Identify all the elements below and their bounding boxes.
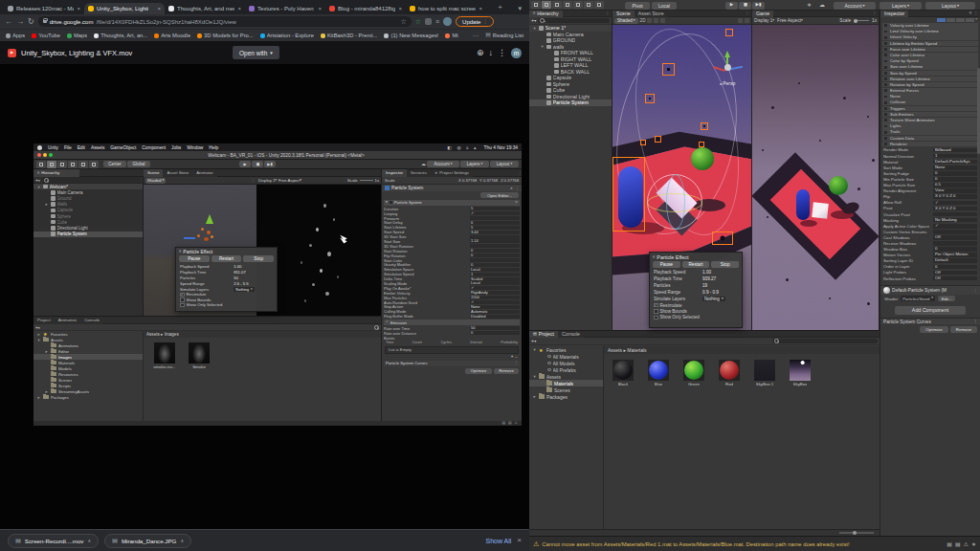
project-tree-item[interactable]: ▾Favorites [529, 346, 603, 353]
menu-item[interactable]: Component [142, 145, 166, 150]
particle-module-row[interactable]: Trails [882, 129, 978, 135]
console-warning-icon[interactable] [955, 541, 961, 547]
tab-close-icon[interactable] [398, 6, 402, 11]
particle-module-row[interactable]: External Forces [882, 88, 978, 94]
pause-button[interactable] [739, 2, 751, 10]
bookmark-item[interactable]: Artstation - Explore [260, 33, 314, 38]
particle-module-row[interactable]: Limit Velocity over Lifetime [882, 29, 978, 34]
property-row[interactable]: Cast ShadowsOff [880, 234, 980, 240]
effects-toggle-icon[interactable] [660, 18, 665, 23]
optimize-button[interactable]: Optimize [920, 326, 948, 333]
asset-tile[interactable]: Green [680, 360, 707, 386]
hand-tool-icon[interactable] [36, 161, 46, 168]
update-button[interactable]: Update [456, 16, 494, 27]
menu-item[interactable]: File [64, 145, 72, 150]
tab-close-icon[interactable] [318, 6, 322, 11]
module-tab[interactable] [966, 18, 974, 22]
rotate-tool-icon[interactable] [57, 161, 67, 168]
create-menu-button[interactable] [35, 177, 40, 184]
step-button[interactable] [264, 161, 276, 167]
menu-item[interactable]: Unity [48, 145, 58, 150]
burst-add-icon[interactable] [511, 355, 514, 360]
browser-profile-avatar[interactable] [443, 17, 452, 26]
search-icon[interactable] [374, 325, 379, 330]
property-row[interactable]: MaskingNo Masking [880, 217, 980, 223]
panel-tab[interactable]: Animation [55, 317, 81, 324]
shading-mode-dropdown[interactable]: Shaded [145, 178, 166, 184]
back-button[interactable] [5, 18, 12, 26]
property-row[interactable]: FlipX 0 Y 0 Z 0 [880, 194, 980, 200]
property-row[interactable]: Custom Vertex Streams [880, 229, 980, 234]
tab-inspector[interactable]: Inspector [382, 169, 407, 177]
breadcrumb[interactable]: Assets ▸ Materials [604, 346, 880, 354]
particle-module-row[interactable]: Noise [882, 94, 978, 99]
remove-button[interactable]: Remove [950, 326, 977, 333]
scale-slider[interactable] [360, 180, 373, 181]
transform-tool-icon[interactable] [89, 161, 99, 168]
curves-bar[interactable]: Particle System Curves [384, 361, 520, 366]
property-row[interactable]: MaterialDefault-ParticleSys [880, 159, 980, 165]
account-dropdown[interactable]: Account [427, 161, 459, 167]
particle-module-row[interactable]: Sub Emitters [882, 112, 978, 118]
asset-tile[interactable]: Blue [645, 360, 672, 386]
particle-module-row[interactable]: Triggers [882, 106, 978, 112]
property-row[interactable]: Shadow Bias0 [880, 247, 980, 253]
sphere-object[interactable] [691, 147, 714, 170]
play-button[interactable] [725, 2, 738, 10]
menu-item[interactable]: Help [209, 145, 218, 150]
transform-tool-icon[interactable] [584, 1, 593, 9]
shading-mode-dropdown[interactable]: Shaded [614, 18, 638, 24]
particle-module-row[interactable]: Size by Speed [882, 71, 978, 77]
audio-toggle-icon[interactable] [654, 18, 658, 23]
remove-button[interactable]: Remove [494, 368, 519, 374]
apple-menu-icon[interactable] [37, 145, 42, 150]
layout-dropdown[interactable]: Layout [925, 2, 975, 10]
bookmark-item[interactable]: Arts Moodle [154, 33, 190, 38]
asset-tile[interactable]: smoke-risi... [151, 342, 178, 369]
asset-tile[interactable]: SkyBox 1 [751, 360, 778, 386]
property-row[interactable]: Sort ModeNone [880, 165, 980, 170]
particle-module-row[interactable]: Rotation over Lifetime [882, 77, 978, 82]
hierarchy-search-input[interactable] [42, 177, 141, 183]
pivot-toggle[interactable]: Pivot [625, 2, 650, 10]
project-tree-item[interactable]: ▸Packages [33, 394, 143, 400]
pause-button[interactable] [252, 161, 263, 167]
create-menu-button[interactable] [531, 17, 536, 24]
tab-close-icon[interactable] [77, 6, 80, 11]
close-downloads-icon[interactable] [517, 537, 522, 544]
browser-tab[interactable]: how to split mac screen [406, 3, 486, 14]
particle-module-row[interactable]: Inherit Velocity [882, 34, 978, 40]
drive-avatar[interactable]: m [511, 48, 522, 58]
lighting-toggle-icon[interactable] [647, 18, 652, 23]
step-button[interactable] [752, 2, 765, 10]
property-row[interactable]: PivotX 0 Y 0 Z 0 [880, 206, 980, 211]
gizmos-toggle-icon[interactable] [745, 18, 749, 23]
game-viewport[interactable] [752, 25, 879, 330]
project-tree-item[interactable]: Scenes [529, 386, 603, 393]
particle-module-row[interactable]: Custom Data [882, 136, 978, 142]
hand-tool-icon[interactable] [531, 1, 541, 9]
property-row[interactable]: Min Particle Size0 [880, 176, 980, 182]
optimize-button[interactable]: Optimize [465, 368, 492, 374]
sidebar-icon[interactable] [435, 18, 439, 25]
menu-item[interactable]: GameObject [110, 145, 136, 150]
property-row[interactable]: Visualize Pivot [880, 211, 980, 217]
particle-module-row[interactable]: Velocity over Lifetime [882, 23, 978, 29]
menu-item[interactable]: Assets [91, 145, 104, 150]
burst-remove-icon[interactable]: − [515, 355, 518, 360]
tab-search-icon[interactable] [518, 5, 522, 11]
property-row[interactable]: Sorting Layer IDDefault [880, 258, 980, 264]
grid-toggle-icon[interactable] [738, 18, 743, 23]
property-row[interactable]: Light ProbesOff [880, 270, 980, 276]
playback-button[interactable]: Restart [212, 255, 242, 262]
particle-panel-checkbox[interactable]: Show Only Selected [650, 315, 742, 320]
video-particle-effect-panel[interactable]: Particle Effect PauseRestartStop Playbac… [175, 247, 278, 312]
property-row[interactable]: Ring Buffer ModeDisabled [382, 314, 522, 319]
move-tool-icon[interactable] [542, 1, 551, 9]
project-tree-item[interactable]: ▾Assets [529, 373, 603, 380]
particle-system-module-bar[interactable]: Particle System [384, 200, 520, 206]
space-toggle[interactable]: Local [652, 2, 677, 10]
playback-button[interactable]: Stop [243, 255, 274, 262]
layout-dropdown[interactable]: Layout [490, 161, 519, 167]
open-with-button[interactable]: Open with [233, 46, 279, 59]
